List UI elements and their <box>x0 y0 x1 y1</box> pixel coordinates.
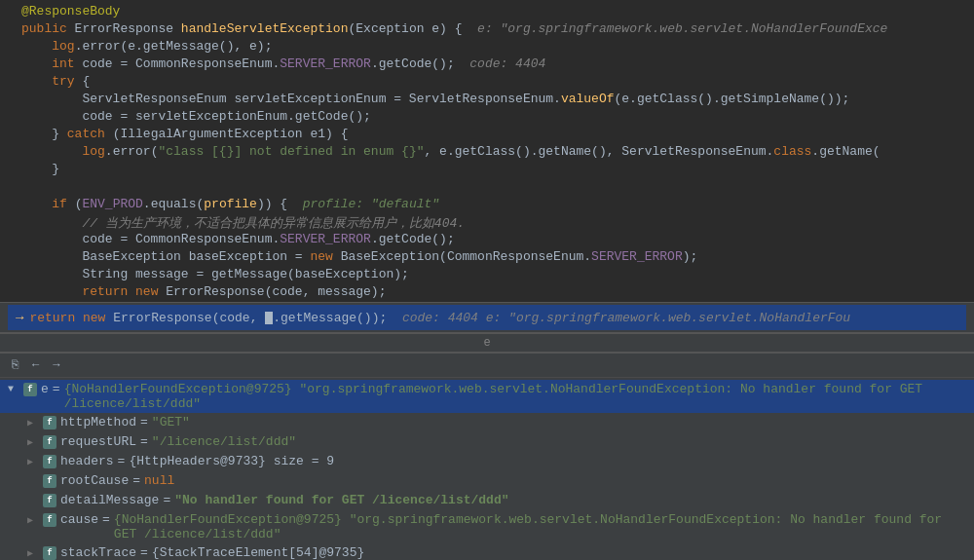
expand-icon <box>27 475 41 486</box>
code-line-try: try { <box>0 74 974 92</box>
code-text: public ErrorResponse handleServletExcept… <box>21 21 974 36</box>
var-field-icon: f <box>43 416 56 429</box>
vars-toolbar: ⎘ ← → <box>0 354 974 378</box>
forward-icon[interactable]: → <box>49 357 63 373</box>
var-eq: = <box>132 473 140 488</box>
code-text: try { <box>21 74 974 89</box>
code-line-catch: } catch (IllegalArgumentException e1) { <box>0 127 974 144</box>
copy-icon[interactable]: ⎘ <box>8 357 22 373</box>
var-row-detailmessage[interactable]: f detailMessage = "No handler found for … <box>0 491 974 510</box>
variables-panel: ⎘ ← → ▼ f e = {NoHandlerFoundException@9… <box>0 353 974 560</box>
code-text: log.error(e.getMessage(), e); <box>21 39 974 54</box>
var-eq: = <box>140 415 148 429</box>
var-eq: = <box>53 382 60 396</box>
debug-code-text: return new ErrorResponse(code, .getMessa… <box>29 311 401 325</box>
code-text: code = CommonResponseEnum.SERVER_ERROR.g… <box>21 232 974 246</box>
code-line-base-exc: BaseException baseException = new BaseEx… <box>0 249 974 267</box>
e-label-row: e <box>0 333 974 353</box>
expand-icon <box>27 495 41 505</box>
var-field-icon: f <box>43 455 56 468</box>
var-name: httpMethod <box>60 415 136 429</box>
var-value: "No handler found for GET /licence/list/… <box>174 493 508 507</box>
var-row-stacktrace[interactable]: ▶ f stackTrace = {StackTraceElement[54]@… <box>0 543 974 560</box>
code-line-blank <box>0 179 974 197</box>
var-field-icon: f <box>43 474 56 488</box>
var-row-httpmethod[interactable]: ▶ f httpMethod = "GET" <box>0 413 974 432</box>
expand-icon[interactable]: ▶ <box>27 547 41 559</box>
var-value: {NoHandlerFoundException@9725} "org.spri… <box>64 382 966 411</box>
code-text: String message = getMessage(baseExceptio… <box>21 267 974 281</box>
debug-execution-bar: → return new ErrorResponse(code, .getMes… <box>0 302 974 333</box>
debug-inline-comment: code: 4404 e: "org.springframework.web.s… <box>402 311 850 325</box>
code-line-log-error: log.error("class [{}] not defined in enu… <box>0 144 974 162</box>
e-label: e <box>483 336 490 350</box>
ide-window: @ResponseBody public ErrorResponse handl… <box>0 0 974 560</box>
code-line-log: log.error(e.getMessage(), e); <box>0 39 974 56</box>
expand-icon[interactable]: ▶ <box>27 436 41 448</box>
var-field-icon: f <box>43 435 56 449</box>
var-value: null <box>144 473 174 488</box>
vars-content: ▼ f e = {NoHandlerFoundException@9725} "… <box>0 378 974 560</box>
code-line-code-server-err: code = CommonResponseEnum.SERVER_ERROR.g… <box>0 232 974 249</box>
var-name: detailMessage <box>60 493 159 507</box>
code-line-code-assign: code = servletExceptionEnum.getCode(); <box>0 109 974 127</box>
var-name: stackTrace <box>60 545 136 560</box>
var-value: {NoHandlerFoundException@9725} "org.spri… <box>114 512 966 541</box>
code-line-return-inner: return new ErrorResponse(code, message); <box>0 284 974 302</box>
code-editor: @ResponseBody public ErrorResponse handl… <box>0 0 974 302</box>
code-line-if: if (ENV_PROD.equals(profile)) { profile:… <box>0 197 974 214</box>
expand-icon[interactable]: ▼ <box>8 384 21 394</box>
back-icon[interactable]: ← <box>28 357 43 373</box>
var-eq: = <box>140 434 148 449</box>
var-field-icon: f <box>43 546 56 560</box>
code-text: } catch (IllegalArgumentException e1) { <box>21 127 974 141</box>
var-row-exception[interactable]: ▼ f e = {NoHandlerFoundException@9725} "… <box>0 380 974 413</box>
var-name: headers <box>60 454 114 468</box>
code-text: BaseException baseException = new BaseEx… <box>21 249 974 264</box>
var-name: requestURL <box>60 434 136 449</box>
var-eq: = <box>102 512 110 527</box>
code-text: } <box>21 162 974 176</box>
code-line-method-sig: public ErrorResponse handleServletExcept… <box>0 21 974 39</box>
var-eq: = <box>163 493 170 507</box>
code-line-comment: // 当为生产环境，不适合把具体的异常信息展示给用户，比如404. <box>0 214 974 232</box>
var-field-icon: f <box>43 494 56 507</box>
var-name: rootCause <box>60 473 129 488</box>
code-text: // 当为生产环境，不适合把具体的异常信息展示给用户，比如404. <box>21 214 974 232</box>
expand-icon[interactable]: ▶ <box>27 514 41 526</box>
code-text: log.error("class [{}] not defined in enu… <box>21 144 974 159</box>
var-row-cause[interactable]: ▶ f cause = {NoHandlerFoundException@972… <box>0 510 974 543</box>
code-text: ServletResponseEnum servletExceptionEnum… <box>21 92 974 106</box>
code-line-message: String message = getMessage(baseExceptio… <box>0 267 974 284</box>
code-line-int: int code = CommonResponseEnum.SERVER_ERR… <box>0 56 974 74</box>
code-line-close-catch: } <box>0 162 974 179</box>
code-text: if (ENV_PROD.equals(profile)) { profile:… <box>21 197 974 211</box>
var-name: e <box>41 382 49 396</box>
var-name: cause <box>60 512 98 527</box>
var-eq: = <box>140 545 148 560</box>
code-line-annotation: @ResponseBody <box>0 4 974 21</box>
code-text: @ResponseBody <box>21 4 974 19</box>
var-row-headers[interactable]: ▶ f headers = {HttpHeaders@9733} size = … <box>0 452 974 471</box>
var-row-rootcause[interactable]: f rootCause = null <box>0 471 974 491</box>
var-row-requesturl[interactable]: ▶ f requestURL = "/licence/list/ddd" <box>0 432 974 452</box>
var-value: "/licence/list/ddd" <box>152 434 296 449</box>
code-text: code = servletExceptionEnum.getCode(); <box>21 109 974 124</box>
var-value: {StackTraceElement[54]@9735} <box>152 545 364 560</box>
code-line-servlet: ServletResponseEnum servletExceptionEnum… <box>0 92 974 109</box>
expand-icon[interactable]: ▶ <box>27 456 41 467</box>
exec-arrow-icon: → <box>16 310 23 325</box>
code-text <box>21 179 974 194</box>
var-field-icon: f <box>43 513 56 527</box>
debug-highlight-line: → return new ErrorResponse(code, .getMes… <box>8 305 966 330</box>
code-text: int code = CommonResponseEnum.SERVER_ERR… <box>21 56 974 71</box>
code-text: return new ErrorResponse(code, message); <box>21 284 974 299</box>
expand-icon[interactable]: ▶ <box>27 417 41 429</box>
var-eq: = <box>118 454 126 468</box>
var-field-icon: f <box>23 383 37 396</box>
var-value: {HttpHeaders@9733} size = 9 <box>129 454 334 468</box>
var-value: "GET" <box>152 415 190 429</box>
